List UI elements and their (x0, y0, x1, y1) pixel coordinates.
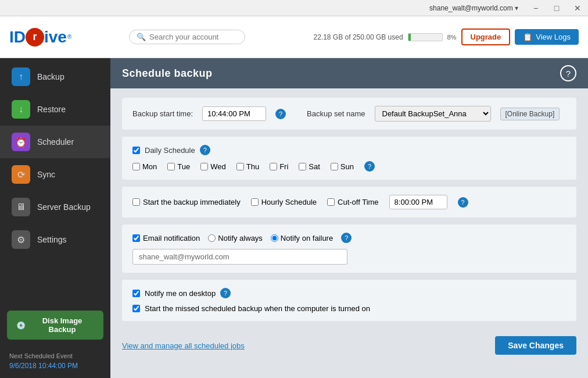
notify-failure-label[interactable]: Notify on failure (271, 234, 333, 243)
cutoff-time-input[interactable] (389, 195, 447, 209)
user-email: shane_walt@myworld.com (429, 4, 513, 12)
sidebar: ↑ Backup ↓ Restore ⏰ Scheduler ⟳ Sync 🖥 … (0, 58, 110, 378)
page-title: Schedule backup (122, 67, 213, 80)
start-immediately-checkbox[interactable] (132, 198, 140, 206)
email-notification-section: Email notification Notify always Notify … (122, 224, 576, 273)
daily-schedule-header: Daily Schedule ? (132, 145, 566, 155)
notify-failure-radio[interactable] (271, 234, 278, 242)
title-bar-user: shane_walt@myworld.com ▾ (429, 4, 521, 12)
viewlogs-icon: 📋 (523, 33, 532, 41)
desktop-notify-section: Notify me on desktop ? Start the missed … (122, 280, 576, 321)
daily-schedule-section: Daily Schedule ? Mon Tue Wed Thu Fri Sat… (122, 137, 576, 180)
help-button[interactable]: ? (560, 65, 576, 81)
logo-circle: r (26, 28, 44, 47)
day-thu[interactable]: Thu (236, 162, 259, 171)
email-notif-checkbox[interactable] (132, 234, 140, 242)
next-event-date[interactable]: 9/6/2018 10:44:00 PM (9, 362, 101, 370)
cutoff-time-checkbox[interactable] (327, 198, 335, 206)
form-area: Backup start time: ? Backup set name Def… (110, 88, 588, 330)
hourly-schedule-label[interactable]: Hourly Schedule (251, 198, 317, 206)
options-row: Start the backup immediately Hourly Sche… (132, 195, 566, 209)
logo-text: ID (9, 28, 26, 47)
day-mon[interactable]: Mon (132, 162, 157, 171)
sidebar-item-scheduler[interactable]: ⏰ Scheduler (0, 126, 110, 158)
start-time-section: Backup start time: ? Backup set name Def… (122, 98, 576, 130)
restore-icon: ↓ (12, 100, 30, 119)
email-notif-label[interactable]: Email notification (132, 234, 200, 243)
sync-icon: ⟳ (12, 165, 30, 184)
start-time-info-icon[interactable]: ? (275, 109, 286, 119)
desktop-row: Notify me on desktop ? (132, 288, 566, 298)
upgrade-button[interactable]: Upgrade (461, 28, 511, 45)
logo-drive-text: ive (44, 28, 67, 47)
search-bar[interactable]: 🔍 (129, 30, 245, 44)
day-checkboxes: Mon Tue Wed Thu Fri Sat Sun ? (132, 161, 566, 172)
sidebar-item-sync[interactable]: ⟳ Sync (0, 158, 110, 191)
start-time-row: Backup start time: ? Backup set name Def… (132, 106, 566, 122)
options-section: Start the backup immediately Hourly Sche… (122, 187, 576, 217)
minimize-button[interactable]: − (525, 0, 546, 16)
missed-backup-checkbox[interactable] (132, 305, 140, 312)
next-event-label: Next Scheduled Event (9, 352, 101, 359)
day-sun[interactable]: Sun (331, 162, 354, 171)
view-jobs-link[interactable]: View and manage all scheduled jobs (122, 341, 245, 350)
storage-pct: 8% (447, 34, 457, 41)
user-dropdown-icon[interactable]: ▾ (515, 4, 518, 12)
app-container: ID r ive ® 🔍 22.18 GB of 250.00 GB used … (0, 16, 588, 378)
cutoff-info-icon[interactable]: ? (458, 197, 468, 208)
backup-start-input[interactable] (202, 106, 266, 121)
logo-tm: ® (67, 34, 71, 40)
daily-schedule-info-icon[interactable]: ? (200, 145, 210, 155)
body-area: ↑ Backup ↓ Restore ⏰ Scheduler ⟳ Sync 🖥 … (0, 58, 588, 378)
email-row: Email notification Notify always Notify … (132, 233, 566, 243)
bottom-area: View and manage all scheduled jobs Save … (110, 330, 588, 361)
title-bar: shane_walt@myworld.com ▾ − □ ✕ (0, 0, 588, 16)
disk-image-icon: 💿 (16, 321, 26, 330)
daily-schedule-label: Daily Schedule (145, 146, 195, 155)
sidebar-item-backup[interactable]: ↑ Backup (0, 60, 110, 93)
notify-always-label[interactable]: Notify always (208, 234, 263, 243)
day-wed[interactable]: Wed (200, 162, 226, 171)
days-info-icon[interactable]: ? (364, 161, 375, 172)
email-notif-info-icon[interactable]: ? (341, 233, 352, 243)
sidebar-label-settings: Settings (37, 235, 67, 244)
backup-icon: ↑ (12, 67, 30, 86)
notify-desktop-label: Notify me on desktop (145, 289, 216, 298)
search-input[interactable] (149, 33, 238, 41)
sidebar-item-settings[interactable]: ⚙ Settings (0, 223, 110, 256)
scheduler-icon: ⏰ (12, 133, 30, 151)
disk-image-button[interactable]: 💿 Disk Image Backup (7, 311, 103, 340)
sidebar-label-sync: Sync (37, 170, 55, 179)
sidebar-label-restore: Restore (37, 105, 66, 114)
server-backup-icon: 🖥 (12, 198, 30, 216)
daily-schedule-checkbox[interactable] (132, 147, 140, 154)
notify-desktop-info-icon[interactable]: ? (220, 288, 231, 298)
viewlogs-button[interactable]: 📋 View Logs (515, 29, 579, 45)
day-tue[interactable]: Tue (167, 162, 190, 171)
sidebar-label-scheduler: Scheduler (37, 137, 74, 147)
notify-always-radio[interactable] (208, 234, 216, 242)
start-immediately-label[interactable]: Start the backup immediately (132, 198, 241, 206)
settings-icon: ⚙ (12, 230, 30, 249)
main-content: Schedule backup ? Backup start time: ? B… (110, 58, 588, 378)
page-header: Schedule backup ? (110, 58, 588, 88)
day-fri[interactable]: Fri (270, 162, 288, 171)
missed-backup-label: Start the missed scheduled backup when t… (145, 304, 370, 313)
save-button[interactable]: Save Changes (495, 336, 576, 355)
hourly-schedule-checkbox[interactable] (251, 198, 259, 206)
sidebar-label-backup: Backup (37, 72, 64, 81)
day-sat[interactable]: Sat (299, 162, 320, 171)
logo-area: ID r ive ® (9, 28, 120, 47)
disk-image-label: Disk Image Backup (30, 316, 94, 334)
sidebar-item-server-backup[interactable]: 🖥 Server Backup (0, 191, 110, 223)
backup-set-select[interactable]: Default BackupSet_Anna (375, 106, 491, 122)
notify-desktop-checkbox[interactable] (132, 290, 140, 297)
maximize-button[interactable]: □ (546, 0, 567, 16)
cutoff-time-label[interactable]: Cut-off Time (327, 198, 379, 206)
email-input[interactable] (132, 249, 347, 265)
backup-start-label: Backup start time: (132, 109, 193, 118)
close-button[interactable]: ✕ (567, 0, 588, 16)
sidebar-item-restore[interactable]: ↓ Restore (0, 93, 110, 126)
viewlogs-label: View Logs (536, 33, 571, 41)
search-icon: 🔍 (137, 33, 146, 41)
